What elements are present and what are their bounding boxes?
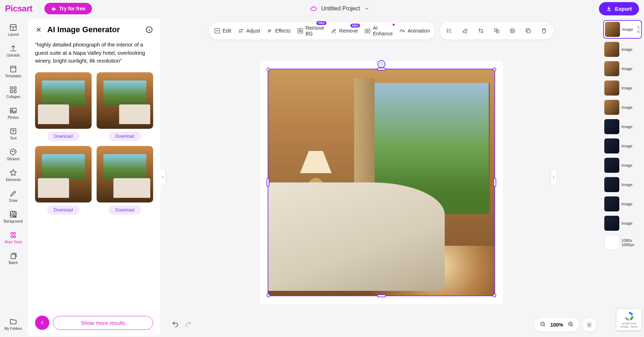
download-button[interactable]: Download <box>109 205 141 215</box>
nav-text[interactable]: Text <box>0 124 26 144</box>
eye-icon[interactable] <box>636 30 640 34</box>
flip-button[interactable] <box>508 26 517 35</box>
recaptcha-badge[interactable]: reCAPTCHA Privacy · Terms <box>616 308 642 331</box>
eraser-button[interactable] <box>461 26 470 35</box>
result-thumbnail[interactable] <box>35 146 92 202</box>
back-button[interactable] <box>35 316 49 330</box>
nav-layout[interactable]: Layout <box>0 20 26 40</box>
delete-button[interactable] <box>540 26 549 35</box>
download-button[interactable]: Download <box>109 132 141 141</box>
brand-logo[interactable]: Picsart <box>5 4 33 14</box>
download-icon <box>606 6 612 11</box>
nav-uploads[interactable]: Uploads <box>0 41 26 61</box>
remove-bg-button[interactable]: Remove BGPRO <box>297 25 324 36</box>
nav-my-folders[interactable]: My Folders <box>0 314 26 334</box>
export-button[interactable]: Export <box>599 2 639 15</box>
nav-draw[interactable]: Draw <box>0 186 26 206</box>
resize-handle-mt[interactable] <box>377 68 386 70</box>
adjust-button[interactable]: Adjust <box>238 28 260 34</box>
selected-image[interactable] <box>268 69 494 296</box>
layer-item[interactable]: Image <box>603 157 642 174</box>
nav-collages[interactable]: Collages <box>0 82 26 102</box>
layer-label: Image <box>621 47 633 52</box>
collapse-layers-handle[interactable] <box>551 169 556 185</box>
project-title-area[interactable]: Untitled Project <box>310 5 370 12</box>
folder-icon <box>9 318 17 326</box>
canvas-area[interactable]: Edit Adjust Effects Remove BGPRO RemoveP… <box>162 17 601 337</box>
nav-background[interactable]: Background <box>0 207 26 227</box>
selection-frame[interactable] <box>268 69 495 296</box>
layer-item[interactable]: Image <box>603 118 642 135</box>
show-more-button[interactable]: Show more results <box>53 316 153 330</box>
layer-item[interactable]: Image <box>603 195 642 213</box>
animation-icon <box>399 28 405 34</box>
resize-handle-ml[interactable] <box>267 178 269 187</box>
effects-button[interactable]: Effects <box>267 28 291 34</box>
zoom-in-button[interactable] <box>567 321 574 329</box>
resize-handle-mb[interactable] <box>377 294 386 297</box>
layer-item[interactable]: Image <box>603 176 642 193</box>
layer-item[interactable]: Image <box>603 41 642 58</box>
layer-thumbnail <box>604 196 619 211</box>
rotate-handle[interactable] <box>377 60 385 68</box>
animation-button[interactable]: Animation <box>399 28 430 34</box>
result-thumbnail[interactable] <box>35 72 92 129</box>
nav-photos[interactable]: Photos <box>0 103 26 123</box>
close-panel-button[interactable] <box>35 26 42 33</box>
project-title: Untitled Project <box>321 5 360 12</box>
context-toolbar: Edit Adjust Effects Remove BGPRO RemoveP… <box>209 22 435 39</box>
result-thumbnail[interactable] <box>97 146 153 202</box>
info-button[interactable] <box>145 26 153 34</box>
canvas-settings-button[interactable] <box>582 318 596 332</box>
layer-item[interactable]: Image <box>603 20 642 39</box>
duplicate-icon <box>525 28 532 34</box>
align-button[interactable] <box>445 26 454 35</box>
recaptcha-icon <box>624 311 634 322</box>
svg-point-10 <box>14 151 15 152</box>
resize-handle-tr[interactable] <box>493 68 496 71</box>
layer-item[interactable]: Image <box>603 99 642 116</box>
result-grid: Download Download Download Download <box>35 72 153 215</box>
download-button[interactable]: Download <box>47 132 79 141</box>
layer-label: Image <box>621 124 633 129</box>
remove-button[interactable]: RemovePRO <box>331 28 358 34</box>
batch-icon <box>9 252 17 260</box>
recaptcha-label: reCAPTCHA <box>622 322 636 325</box>
layer-item[interactable]: Image <box>603 137 642 155</box>
crop-button[interactable] <box>477 26 486 35</box>
layers-order-button[interactable] <box>492 26 502 35</box>
ai-enhance-button[interactable]: AI Enhance <box>364 25 392 36</box>
nav-more-tools[interactable]: More Tools <box>0 228 26 248</box>
layer-item[interactable]: Image <box>603 215 642 232</box>
nav-elements[interactable]: Elements <box>0 165 26 185</box>
layer-item[interactable]: 1080x 1080px <box>603 234 642 251</box>
layer-label: Image <box>621 105 633 109</box>
svg-rect-25 <box>496 30 499 33</box>
divider <box>593 5 593 13</box>
resize-handle-mr[interactable] <box>493 178 496 187</box>
layer-item[interactable]: Image <box>603 60 642 77</box>
try-for-free-button[interactable]: Try for free <box>44 3 92 14</box>
zoom-value[interactable]: 100% <box>550 322 563 328</box>
download-button[interactable]: Download <box>47 205 79 215</box>
layer-item[interactable]: Image <box>603 79 642 97</box>
nav-templates[interactable]: Templates <box>0 62 26 82</box>
edit-button[interactable]: Edit <box>214 28 231 34</box>
more-tools-icon <box>9 231 17 239</box>
elements-icon <box>9 169 17 177</box>
resize-handle-bl[interactable] <box>267 294 270 297</box>
undo-button[interactable] <box>172 321 179 329</box>
chevron-down-icon[interactable] <box>364 6 369 11</box>
trash-icon <box>541 28 547 34</box>
artboard[interactable] <box>260 61 503 304</box>
redo-button[interactable] <box>185 321 192 329</box>
duplicate-button[interactable] <box>524 26 533 35</box>
resize-handle-tl[interactable] <box>267 68 270 71</box>
nav-stickers[interactable]: Stickers <box>0 145 26 165</box>
zoom-out-button[interactable] <box>540 321 546 329</box>
layer-thumbnail <box>604 42 619 57</box>
nav-batch[interactable]: Batch <box>0 248 26 268</box>
result-thumbnail[interactable] <box>97 72 153 129</box>
lock-icon[interactable] <box>636 25 640 29</box>
resize-handle-br[interactable] <box>493 294 496 297</box>
